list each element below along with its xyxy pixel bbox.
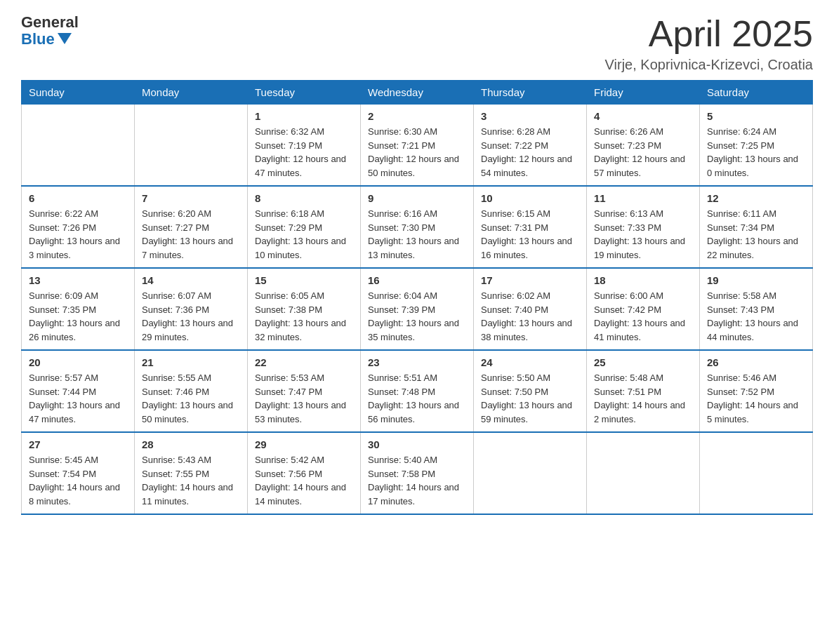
weekday-header-tuesday: Tuesday — [248, 81, 361, 105]
calendar-cell: 16Sunrise: 6:04 AMSunset: 7:39 PMDayligh… — [361, 268, 474, 350]
calendar-cell: 23Sunrise: 5:51 AMSunset: 7:48 PMDayligh… — [361, 350, 474, 432]
calendar-cell: 15Sunrise: 6:05 AMSunset: 7:38 PMDayligh… — [248, 268, 361, 350]
day-detail: Sunrise: 5:57 AMSunset: 7:44 PMDaylight:… — [29, 371, 127, 426]
weekday-header-sunday: Sunday — [22, 81, 135, 105]
logo-triangle-icon — [58, 33, 72, 44]
day-detail: Sunrise: 6:24 AMSunset: 7:25 PMDaylight:… — [707, 125, 805, 180]
day-number: 18 — [594, 274, 692, 286]
day-detail: Sunrise: 5:58 AMSunset: 7:43 PMDaylight:… — [707, 289, 805, 344]
day-number: 23 — [368, 356, 466, 368]
day-number: 30 — [368, 438, 466, 450]
day-detail: Sunrise: 6:28 AMSunset: 7:22 PMDaylight:… — [481, 125, 579, 180]
calendar-cell: 9Sunrise: 6:16 AMSunset: 7:30 PMDaylight… — [361, 186, 474, 268]
day-detail: Sunrise: 6:13 AMSunset: 7:33 PMDaylight:… — [594, 207, 692, 262]
calendar-cell: 3Sunrise: 6:28 AMSunset: 7:22 PMDaylight… — [474, 105, 587, 187]
calendar-cell: 10Sunrise: 6:15 AMSunset: 7:31 PMDayligh… — [474, 186, 587, 268]
day-detail: Sunrise: 6:26 AMSunset: 7:23 PMDaylight:… — [594, 125, 692, 180]
day-detail: Sunrise: 6:05 AMSunset: 7:38 PMDaylight:… — [255, 289, 353, 344]
day-detail: Sunrise: 5:46 AMSunset: 7:52 PMDaylight:… — [707, 371, 805, 426]
day-detail: Sunrise: 5:48 AMSunset: 7:51 PMDaylight:… — [594, 371, 692, 426]
day-detail: Sunrise: 5:43 AMSunset: 7:55 PMDaylight:… — [142, 453, 240, 508]
day-detail: Sunrise: 5:50 AMSunset: 7:50 PMDaylight:… — [481, 371, 579, 426]
calendar-cell: 30Sunrise: 5:40 AMSunset: 7:58 PMDayligh… — [361, 432, 474, 514]
calendar-cell: 12Sunrise: 6:11 AMSunset: 7:34 PMDayligh… — [700, 186, 813, 268]
day-number: 11 — [594, 192, 692, 204]
page-header: General Blue April 2025 Virje, Koprivnic… — [21, 14, 813, 73]
calendar-cell: 5Sunrise: 6:24 AMSunset: 7:25 PMDaylight… — [700, 105, 813, 187]
day-number: 27 — [29, 438, 127, 450]
day-detail: Sunrise: 6:30 AMSunset: 7:21 PMDaylight:… — [368, 125, 466, 180]
weekday-header-saturday: Saturday — [700, 81, 813, 105]
day-detail: Sunrise: 5:40 AMSunset: 7:58 PMDaylight:… — [368, 453, 466, 508]
calendar-cell — [474, 432, 587, 514]
day-detail: Sunrise: 6:15 AMSunset: 7:31 PMDaylight:… — [481, 207, 579, 262]
day-detail: Sunrise: 5:55 AMSunset: 7:46 PMDaylight:… — [142, 371, 240, 426]
calendar-cell: 1Sunrise: 6:32 AMSunset: 7:19 PMDaylight… — [248, 105, 361, 187]
calendar-cell — [700, 432, 813, 514]
calendar-cell — [135, 105, 248, 187]
day-detail: Sunrise: 5:51 AMSunset: 7:48 PMDaylight:… — [368, 371, 466, 426]
day-number: 26 — [707, 356, 805, 368]
day-number: 9 — [368, 192, 466, 204]
page-title: April 2025 — [605, 14, 813, 54]
calendar-cell: 28Sunrise: 5:43 AMSunset: 7:55 PMDayligh… — [135, 432, 248, 514]
day-detail: Sunrise: 6:20 AMSunset: 7:27 PMDaylight:… — [142, 207, 240, 262]
calendar-cell: 26Sunrise: 5:46 AMSunset: 7:52 PMDayligh… — [700, 350, 813, 432]
calendar-cell — [587, 432, 700, 514]
week-row-5: 27Sunrise: 5:45 AMSunset: 7:54 PMDayligh… — [22, 432, 813, 514]
day-detail: Sunrise: 6:32 AMSunset: 7:19 PMDaylight:… — [255, 125, 353, 180]
calendar-cell — [22, 105, 135, 187]
day-detail: Sunrise: 6:02 AMSunset: 7:40 PMDaylight:… — [481, 289, 579, 344]
calendar-cell: 17Sunrise: 6:02 AMSunset: 7:40 PMDayligh… — [474, 268, 587, 350]
day-detail: Sunrise: 5:53 AMSunset: 7:47 PMDaylight:… — [255, 371, 353, 426]
calendar-cell: 4Sunrise: 6:26 AMSunset: 7:23 PMDaylight… — [587, 105, 700, 187]
calendar-cell: 27Sunrise: 5:45 AMSunset: 7:54 PMDayligh… — [22, 432, 135, 514]
calendar-cell: 21Sunrise: 5:55 AMSunset: 7:46 PMDayligh… — [135, 350, 248, 432]
day-number: 29 — [255, 438, 353, 450]
day-number: 8 — [255, 192, 353, 204]
calendar-cell: 6Sunrise: 6:22 AMSunset: 7:26 PMDaylight… — [22, 186, 135, 268]
calendar-cell: 29Sunrise: 5:42 AMSunset: 7:56 PMDayligh… — [248, 432, 361, 514]
weekday-header-friday: Friday — [587, 81, 700, 105]
weekday-header-monday: Monday — [135, 81, 248, 105]
day-number: 1 — [255, 110, 353, 122]
day-number: 19 — [707, 274, 805, 286]
logo-blue-text: Blue — [21, 31, 55, 48]
logo-general-text: General — [21, 14, 79, 31]
calendar-cell: 22Sunrise: 5:53 AMSunset: 7:47 PMDayligh… — [248, 350, 361, 432]
location-subtitle: Virje, Koprivnica-Krizevci, Croatia — [605, 57, 813, 73]
weekday-header-wednesday: Wednesday — [361, 81, 474, 105]
day-detail: Sunrise: 5:45 AMSunset: 7:54 PMDaylight:… — [29, 453, 127, 508]
day-number: 4 — [594, 110, 692, 122]
title-section: April 2025 Virje, Koprivnica-Krizevci, C… — [605, 14, 813, 73]
calendar-cell: 2Sunrise: 6:30 AMSunset: 7:21 PMDaylight… — [361, 105, 474, 187]
day-number: 20 — [29, 356, 127, 368]
day-detail: Sunrise: 6:16 AMSunset: 7:30 PMDaylight:… — [368, 207, 466, 262]
day-number: 13 — [29, 274, 127, 286]
logo-text: General Blue — [21, 14, 79, 48]
calendar-cell: 25Sunrise: 5:48 AMSunset: 7:51 PMDayligh… — [587, 350, 700, 432]
day-detail: Sunrise: 6:18 AMSunset: 7:29 PMDaylight:… — [255, 207, 353, 262]
day-number: 25 — [594, 356, 692, 368]
day-number: 24 — [481, 356, 579, 368]
day-number: 7 — [142, 192, 240, 204]
day-detail: Sunrise: 6:00 AMSunset: 7:42 PMDaylight:… — [594, 289, 692, 344]
logo-blue-line: Blue — [21, 31, 79, 48]
weekday-header-row: SundayMondayTuesdayWednesdayThursdayFrid… — [22, 81, 813, 105]
calendar-cell: 7Sunrise: 6:20 AMSunset: 7:27 PMDaylight… — [135, 186, 248, 268]
day-detail: Sunrise: 6:04 AMSunset: 7:39 PMDaylight:… — [368, 289, 466, 344]
day-detail: Sunrise: 5:42 AMSunset: 7:56 PMDaylight:… — [255, 453, 353, 508]
calendar-cell: 20Sunrise: 5:57 AMSunset: 7:44 PMDayligh… — [22, 350, 135, 432]
week-row-1: 1Sunrise: 6:32 AMSunset: 7:19 PMDaylight… — [22, 105, 813, 187]
day-number: 15 — [255, 274, 353, 286]
calendar-cell: 14Sunrise: 6:07 AMSunset: 7:36 PMDayligh… — [135, 268, 248, 350]
day-number: 16 — [368, 274, 466, 286]
week-row-4: 20Sunrise: 5:57 AMSunset: 7:44 PMDayligh… — [22, 350, 813, 432]
calendar-cell: 13Sunrise: 6:09 AMSunset: 7:35 PMDayligh… — [22, 268, 135, 350]
day-number: 12 — [707, 192, 805, 204]
day-detail: Sunrise: 6:11 AMSunset: 7:34 PMDaylight:… — [707, 207, 805, 262]
day-number: 21 — [142, 356, 240, 368]
day-detail: Sunrise: 6:22 AMSunset: 7:26 PMDaylight:… — [29, 207, 127, 262]
calendar-table: SundayMondayTuesdayWednesdayThursdayFrid… — [21, 80, 813, 515]
calendar-cell: 24Sunrise: 5:50 AMSunset: 7:50 PMDayligh… — [474, 350, 587, 432]
